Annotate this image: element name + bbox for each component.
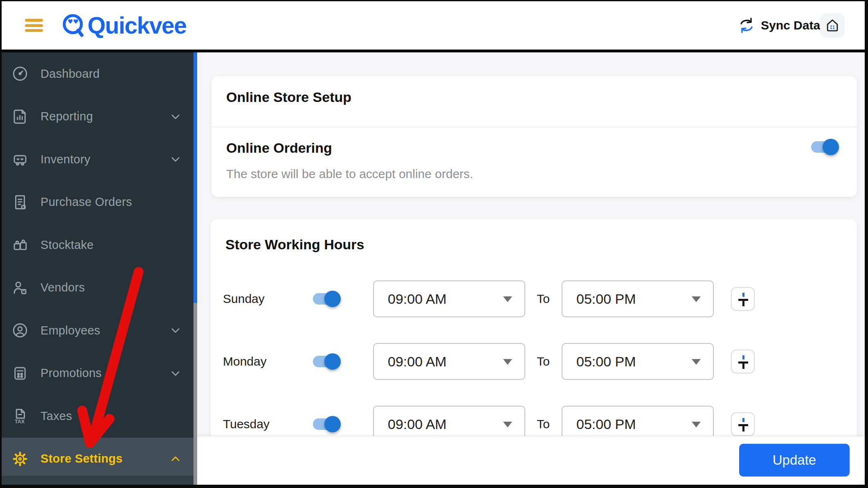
sync-data-label: Sync Data: [761, 18, 820, 32]
close-time-value: 05:00 PM: [576, 416, 636, 432]
sidebar-submenu-edge: [2, 476, 193, 485]
sidebar-scrollbar-track[interactable]: [193, 52, 197, 485]
sidebar-item-promotions[interactable]: Promotions: [2, 352, 193, 395]
sidebar-item-label: Dashboard: [40, 67, 100, 81]
svg-text:♥♥: ♥♥: [67, 18, 79, 25]
working-hours-row-monday: Monday 09:00 AM To 05:00 PM: [211, 341, 857, 382]
dropdown-caret-icon: [503, 359, 512, 365]
chevron-up-icon: [168, 452, 183, 466]
day-label: Monday: [223, 355, 267, 368]
open-time-value: 09:00 AM: [388, 291, 447, 307]
add-time-slot-button[interactable]: [731, 350, 755, 373]
purchase-orders-icon: [11, 194, 29, 211]
hamburger-menu-icon[interactable]: [25, 19, 43, 32]
promotions-icon: [11, 365, 29, 382]
sidebar-item-store-settings[interactable]: Store Settings: [2, 438, 193, 481]
online-ordering-toggle[interactable]: [811, 138, 840, 156]
to-label: To: [531, 355, 555, 368]
main-content: Online Store Setup Online Ordering The s…: [197, 52, 865, 485]
sidebar: Dashboard Reporting Inventory Purchase O…: [2, 52, 193, 485]
sidebar-item-vendors[interactable]: Vendors: [2, 267, 193, 310]
sidebar-item-label: Stocktake: [40, 238, 94, 252]
open-time-value: 09:00 AM: [388, 416, 447, 432]
employees-icon: [11, 322, 29, 339]
sidebar-nav: Dashboard Reporting Inventory Purchase O…: [2, 52, 193, 480]
chevron-down-icon: [168, 323, 183, 338]
close-time-select[interactable]: 05:00 PM: [562, 280, 714, 317]
quickvee-q-logo-icon: ♥♥: [61, 12, 87, 39]
sidebar-item-label: Promotions: [40, 366, 102, 380]
toggle-thumb: [324, 291, 341, 307]
vendors-icon: [11, 279, 29, 296]
online-store-setup-card: Online Store Setup Online Ordering The s…: [211, 76, 857, 197]
dropdown-caret-icon: [692, 422, 701, 427]
app-logo-text: Quickvee: [88, 12, 187, 39]
sidebar-item-label: Purchase Orders: [40, 195, 132, 209]
gear-icon: [11, 450, 29, 468]
open-time-select[interactable]: 09:00 AM: [373, 343, 525, 380]
store-working-hours-title: Store Working Hours: [225, 237, 364, 253]
app-window: ♥♥ Quickvee Sync Data: [0, 0, 868, 488]
sidebar-item-reporting[interactable]: Reporting: [2, 95, 193, 138]
close-time-value: 05:00 PM: [576, 354, 636, 370]
dropdown-caret-icon: [692, 296, 701, 302]
dropdown-caret-icon: [692, 359, 701, 365]
online-ordering-label: Online Ordering: [226, 140, 332, 156]
online-ordering-description: The store will be able to accept online …: [226, 167, 473, 181]
sidebar-item-label: Taxes: [40, 409, 72, 423]
app-logo[interactable]: ♥♥ Quickvee: [61, 12, 187, 39]
sync-data-button[interactable]: Sync Data: [737, 16, 820, 35]
sidebar-item-label: Vendors: [40, 281, 85, 294]
home-grid-icon: [825, 18, 840, 33]
inventory-icon: [11, 151, 29, 168]
sidebar-item-inventory[interactable]: Inventory: [2, 138, 193, 181]
sidebar-item-label: Store Settings: [40, 452, 123, 465]
update-button[interactable]: Update: [739, 444, 850, 477]
chevron-down-icon: [168, 109, 183, 124]
svg-text:TAX: TAX: [15, 419, 25, 425]
add-time-slot-button[interactable]: [731, 412, 755, 436]
close-time-value: 05:00 PM: [576, 291, 636, 307]
sidebar-item-dashboard[interactable]: Dashboard: [2, 52, 193, 95]
chevron-down-icon: [168, 366, 183, 381]
toggle-thumb: [324, 416, 341, 432]
bottom-action-bar: Update: [197, 436, 865, 485]
sidebar-item-stocktake[interactable]: Stocktake: [2, 224, 193, 267]
dropdown-caret-icon: [503, 296, 512, 302]
to-label: To: [531, 292, 555, 306]
online-store-setup-title: Online Store Setup: [226, 89, 351, 105]
dropdown-caret-icon: [503, 422, 512, 427]
sidebar-item-purchase-orders[interactable]: Purchase Orders: [2, 181, 193, 224]
open-time-value: 09:00 AM: [388, 354, 447, 370]
day-label: Tuesday: [223, 417, 270, 431]
sidebar-item-label: Inventory: [40, 153, 90, 166]
sync-icon: [737, 16, 756, 35]
dashboard-icon: [11, 65, 29, 82]
sidebar-item-label: Employees: [40, 324, 100, 337]
close-time-select[interactable]: 05:00 PM: [562, 343, 714, 380]
working-hours-row-sunday: Sunday 09:00 AM To 05:00 PM: [211, 278, 857, 319]
day-toggle[interactable]: [313, 289, 342, 308]
home-apps-button[interactable]: [820, 13, 845, 38]
toggle-thumb: [324, 353, 341, 370]
day-label: Sunday: [223, 292, 265, 306]
add-time-slot-button[interactable]: [731, 287, 755, 311]
sidebar-item-taxes[interactable]: TAX Taxes: [2, 395, 193, 438]
taxes-icon: TAX: [11, 407, 29, 425]
to-label: To: [531, 417, 555, 431]
sidebar-scrollbar-thumb[interactable]: [193, 52, 197, 303]
screen: ♥♥ Quickvee Sync Data: [2, 1, 865, 485]
day-toggle[interactable]: [313, 352, 342, 371]
card-divider: [211, 127, 857, 127]
chevron-down-icon: [168, 152, 183, 167]
sidebar-item-employees[interactable]: Employees: [2, 309, 193, 352]
toggle-thumb: [823, 139, 839, 155]
open-time-select[interactable]: 09:00 AM: [373, 280, 525, 317]
day-toggle[interactable]: [313, 415, 342, 434]
reporting-icon: [11, 108, 29, 125]
sidebar-item-label: Reporting: [40, 110, 93, 123]
stocktake-icon: [11, 236, 29, 253]
header: ♥♥ Quickvee Sync Data: [2, 1, 865, 52]
